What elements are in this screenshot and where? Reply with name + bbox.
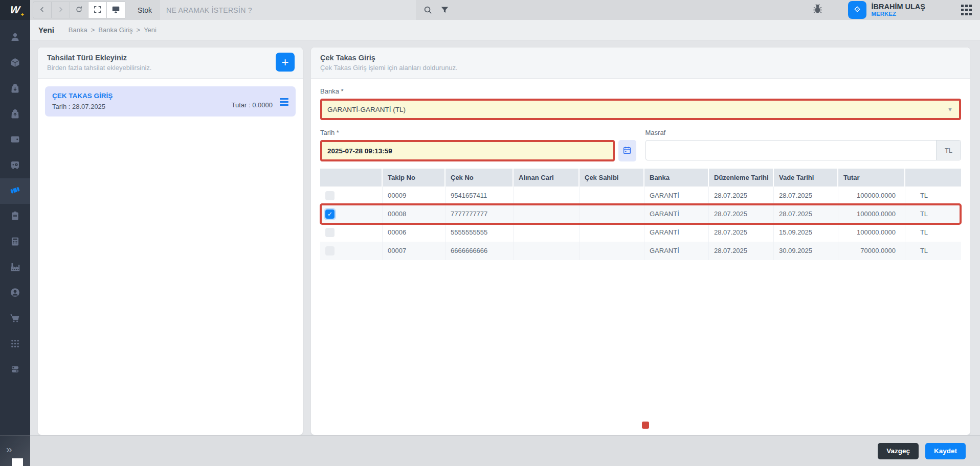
table-row[interactable]: 00006 5555555555 GARANTİ 28.07.2025 15.0… [320, 223, 961, 242]
bug-icon[interactable] [812, 3, 823, 17]
user-icon [10, 32, 20, 44]
global-search-input[interactable] [160, 0, 416, 20]
search-icon[interactable] [423, 5, 433, 15]
cell-para-birimi: TL [905, 223, 961, 242]
cell-alinan-cari [514, 223, 580, 242]
cell-takip-no: 00009 [383, 187, 446, 205]
cell-para-birimi: TL [905, 187, 961, 205]
sidebar-footer: » [0, 435, 30, 466]
monitor-button[interactable] [106, 2, 125, 18]
collection-card-date: Tarih : 28.07.2025 [52, 103, 113, 110]
cell-takip-no: 00006 [383, 223, 446, 242]
chevron-down-icon: ▼ [947, 106, 953, 112]
cancel-button[interactable]: Vazgeç [878, 443, 919, 459]
cell-tutar: 100000.0000 [838, 187, 905, 205]
app-logo[interactable]: W + [0, 0, 30, 20]
user-avatar[interactable] [848, 1, 866, 19]
cell-banka: GARANTİ [644, 223, 709, 242]
table-row[interactable]: 00007 6666666666 GARANTİ 28.07.2025 30.0… [320, 242, 961, 260]
refresh-button[interactable] [70, 2, 88, 18]
masraf-input[interactable] [645, 140, 962, 160]
column-header [320, 169, 383, 187]
fullscreen-icon [93, 5, 102, 15]
add-collection-button[interactable]: + [276, 53, 295, 72]
table-row[interactable]: 00008 7777777777 GARANTİ 28.07.2025 28.0… [320, 205, 961, 223]
sidebar-item-cheque[interactable] [0, 178, 30, 204]
monitor-icon [112, 5, 120, 15]
breadcrumb-item-yeni[interactable]: Yeni [144, 26, 157, 34]
cell-duzenleme-tarihi: 28.07.2025 [709, 205, 774, 223]
cell-vade-tarihi: 28.07.2025 [774, 187, 838, 205]
calendar-icon [622, 146, 632, 156]
cell-banka: GARANTİ [644, 187, 709, 205]
footer-bar: Vazgeç Kaydet [30, 435, 980, 466]
sidebar-item-cart[interactable] [0, 306, 30, 332]
module-label[interactable]: Stok [138, 6, 152, 14]
table-row[interactable]: 00009 9541657411 GARANTİ 28.07.2025 28.0… [320, 187, 961, 205]
sidebar-item-clipboard[interactable] [0, 204, 30, 229]
cell-tutar: 100000.0000 [838, 223, 905, 242]
sidebar-item-apps[interactable] [0, 332, 30, 357]
clipboard-icon [10, 211, 20, 223]
row-checkbox[interactable] [325, 209, 335, 219]
cell-alinan-cari [514, 242, 580, 260]
form-subtitle: Çek Takas Giriş işlemi için alanları dol… [320, 64, 961, 72]
masraf-label: Masraf [645, 129, 962, 136]
cell-duzenleme-tarihi: 28.07.2025 [709, 242, 774, 260]
sidebar-item-purchase[interactable] [0, 76, 30, 102]
calendar-button[interactable] [618, 140, 636, 161]
cell-vade-tarihi: 15.09.2025 [774, 223, 838, 242]
cell-cek-no: 9541657411 [446, 187, 514, 205]
row-checkbox[interactable] [325, 228, 335, 237]
cell-cek-sahibi [580, 242, 644, 260]
sidebar-expand-icon[interactable]: » [6, 443, 11, 455]
column-header: Düzenleme Tarihi [709, 169, 774, 187]
sidebar: W + » [0, 0, 30, 466]
collection-types-panel: Tahsilat Türü Ekleyiniz Birden fazla tah… [37, 47, 303, 435]
cell-alinan-cari [514, 187, 580, 205]
content-area: Tahsilat Türü Ekleyiniz Birden fazla tah… [30, 40, 980, 435]
package-icon [10, 57, 20, 70]
sidebar-item-user[interactable] [0, 25, 30, 51]
wallet-icon [10, 134, 20, 147]
logo-w-icon: W [10, 4, 20, 16]
back-button[interactable] [33, 2, 52, 18]
fullscreen-button[interactable] [88, 2, 107, 18]
cheque-table: Takip NoÇek NoAlınan CariÇek SahibiBanka… [320, 169, 961, 260]
sidebar-item-safe[interactable] [0, 153, 30, 178]
refresh-icon [75, 5, 83, 15]
sidebar-item-wallet[interactable] [0, 127, 30, 153]
tarih-input[interactable] [320, 140, 615, 161]
sidebar-item-stock[interactable] [0, 51, 30, 76]
cell-takip-no: 00008 [383, 205, 446, 223]
breadcrumb-item-banka[interactable]: Banka [69, 26, 87, 34]
cell-cek-sahibi [580, 187, 644, 205]
row-checkbox[interactable] [325, 191, 335, 200]
cell-cek-sahibi [580, 223, 644, 242]
page-title: Yeni [38, 26, 54, 34]
sidebar-item-settings[interactable] [0, 357, 30, 383]
sidebar-item-crm[interactable] [0, 281, 30, 306]
breadcrumb-item-banka-giris[interactable]: Banka Giriş [98, 26, 132, 34]
apps-grid-icon[interactable] [961, 5, 972, 15]
banka-select[interactable]: GARANTİ-GARANTİ (TL) ▼ [320, 99, 961, 120]
banka-label: Banka * [320, 87, 961, 95]
card-menu-icon[interactable] [280, 98, 288, 106]
row-checkbox[interactable] [325, 246, 335, 255]
forward-button[interactable] [51, 2, 70, 18]
form-title: Çek Takas Giriş [320, 54, 961, 62]
save-button[interactable]: Kaydet [925, 443, 966, 459]
sidebar-item-calculator[interactable] [0, 229, 30, 255]
cell-banka: GARANTİ [644, 242, 709, 260]
collection-card[interactable]: ÇEK TAKAS GİRİŞ Tarih : 28.07.2025 Tutar… [45, 86, 296, 116]
filter-icon[interactable] [440, 5, 450, 15]
sidebar-item-sales[interactable] [0, 102, 30, 127]
column-header: Tutar [838, 169, 905, 187]
user-menu[interactable]: İBRAHİM ULAŞ MERKEZ [871, 3, 925, 17]
cell-cek-sahibi [580, 205, 644, 223]
left-panel-title: Tahsilat Türü Ekleyiniz [47, 54, 294, 62]
cell-tutar: 100000.0000 [838, 205, 905, 223]
cell-vade-tarihi: 28.07.2025 [774, 205, 838, 223]
cart-icon [10, 313, 20, 325]
sidebar-item-production[interactable] [0, 255, 30, 281]
